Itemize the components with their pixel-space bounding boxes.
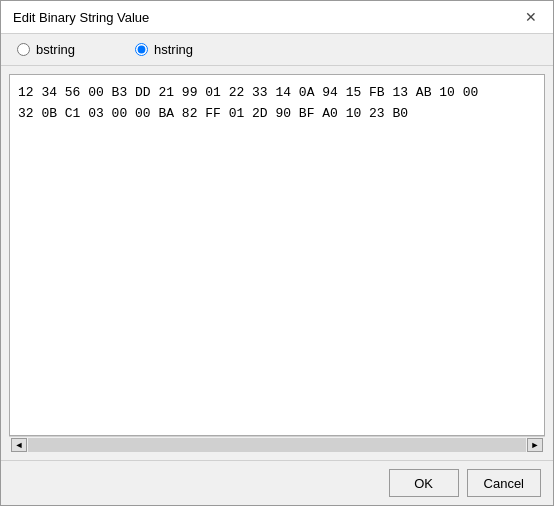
- cancel-button[interactable]: Cancel: [467, 469, 541, 497]
- radio-bstring[interactable]: [17, 43, 30, 56]
- scroll-track[interactable]: [28, 438, 526, 452]
- dialog-footer: OK Cancel: [1, 460, 553, 505]
- edit-binary-string-dialog: Edit Binary String Value ✕ bstring hstri…: [0, 0, 554, 506]
- ok-button[interactable]: OK: [389, 469, 459, 497]
- scroll-right-button[interactable]: ►: [527, 438, 543, 452]
- dialog-title: Edit Binary String Value: [13, 10, 149, 25]
- radio-bar: bstring hstring: [1, 34, 553, 66]
- hex-display-wrapper: [9, 74, 545, 436]
- radio-option-hstring[interactable]: hstring: [135, 42, 193, 57]
- radio-option-bstring[interactable]: bstring: [17, 42, 75, 57]
- content-area: ◄ ►: [1, 66, 553, 460]
- hex-display[interactable]: [10, 75, 544, 435]
- radio-hstring[interactable]: [135, 43, 148, 56]
- horizontal-scrollbar: ◄ ►: [9, 436, 545, 452]
- radio-hstring-label: hstring: [154, 42, 193, 57]
- close-button[interactable]: ✕: [521, 7, 541, 27]
- scroll-left-button[interactable]: ◄: [11, 438, 27, 452]
- title-bar: Edit Binary String Value ✕: [1, 1, 553, 34]
- radio-bstring-label: bstring: [36, 42, 75, 57]
